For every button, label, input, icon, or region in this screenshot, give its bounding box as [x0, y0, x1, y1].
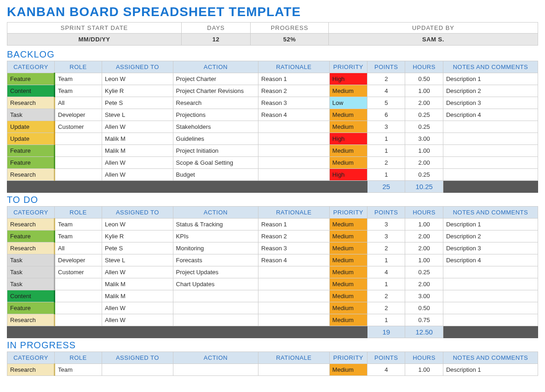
cell[interactable]: Allen W [102, 302, 173, 314]
cell[interactable] [258, 169, 330, 181]
column-header[interactable]: CATEGORY [7, 207, 55, 219]
cell[interactable] [55, 314, 102, 326]
cell[interactable]: Project Charter [173, 73, 258, 85]
cell[interactable]: Description 2 [443, 231, 538, 242]
cell[interactable]: 0.50 [405, 73, 443, 85]
cell[interactable]: 2 [367, 302, 405, 314]
cell[interactable]: Medium [329, 254, 367, 266]
cell[interactable]: Pete S [102, 242, 173, 254]
cell[interactable]: 6 [367, 109, 405, 121]
cell[interactable]: Team [55, 364, 102, 376]
cell[interactable]: Research [173, 97, 258, 109]
column-header[interactable]: NOTES AND COMMENTS [443, 207, 538, 219]
cell[interactable]: Description 1 [443, 73, 538, 85]
cell[interactable] [55, 145, 102, 157]
cell[interactable] [443, 157, 538, 169]
cell[interactable]: Malik M [102, 278, 173, 290]
cell[interactable]: Content [7, 85, 55, 97]
cell[interactable]: Team [55, 85, 102, 97]
cell[interactable]: Medium [329, 145, 367, 157]
cell[interactable]: Malik M [102, 133, 173, 145]
cell[interactable]: Task [7, 266, 55, 278]
cell[interactable]: Reason 2 [258, 85, 330, 97]
cell[interactable]: Research [7, 314, 55, 326]
cell[interactable]: 1 [367, 133, 405, 145]
cell[interactable]: 0.25 [405, 266, 443, 278]
cell[interactable]: 2 [367, 157, 405, 169]
cell[interactable]: Medium [329, 231, 367, 242]
cell[interactable] [258, 290, 330, 302]
cell[interactable]: Kylie R [102, 85, 173, 97]
cell[interactable]: 0.25 [405, 109, 443, 121]
cell[interactable]: 3.00 [405, 290, 443, 302]
cell[interactable]: Research [7, 242, 55, 254]
cell[interactable] [443, 278, 538, 290]
cell[interactable]: Developer [55, 109, 102, 121]
column-header[interactable]: ROLE [55, 207, 102, 219]
cell[interactable]: Reason 1 [258, 219, 330, 231]
cell[interactable]: Developer [55, 254, 102, 266]
column-header[interactable]: NOTES AND COMMENTS [443, 352, 538, 364]
cell[interactable]: Description 3 [443, 242, 538, 254]
column-header[interactable]: ROLE [55, 61, 102, 73]
cell[interactable]: Research [7, 364, 55, 376]
column-header[interactable]: PRIORITY [329, 61, 367, 73]
cell[interactable] [443, 302, 538, 314]
cell[interactable] [55, 290, 102, 302]
column-header[interactable]: HOURS [405, 352, 443, 364]
cell[interactable]: Reason 1 [258, 73, 330, 85]
cell[interactable] [258, 278, 330, 290]
cell[interactable]: Customer [55, 266, 102, 278]
cell[interactable]: Monitoring [173, 242, 258, 254]
cell[interactable]: Reason 4 [258, 254, 330, 266]
cell[interactable]: Status & Tracking [173, 219, 258, 231]
cell[interactable] [443, 290, 538, 302]
column-header[interactable]: ACTION [173, 61, 258, 73]
cell[interactable]: All [55, 242, 102, 254]
cell[interactable]: 1.00 [405, 145, 443, 157]
cell[interactable]: 2 [367, 290, 405, 302]
cell[interactable]: 2.00 [405, 242, 443, 254]
cell[interactable] [173, 302, 258, 314]
column-header[interactable]: ACTION [173, 352, 258, 364]
cell[interactable]: Medium [329, 109, 367, 121]
cell[interactable]: Feature [7, 73, 55, 85]
cell[interactable]: Medium [329, 302, 367, 314]
cell[interactable]: 1.00 [405, 254, 443, 266]
cell[interactable] [258, 302, 330, 314]
cell[interactable]: 1 [367, 169, 405, 181]
cell[interactable]: Team [55, 73, 102, 85]
cell[interactable] [258, 145, 330, 157]
cell[interactable]: Team [55, 231, 102, 242]
cell[interactable] [55, 302, 102, 314]
cell[interactable] [443, 314, 538, 326]
cell[interactable]: Steve L [102, 254, 173, 266]
cell[interactable] [443, 266, 538, 278]
cell[interactable]: High [329, 73, 367, 85]
cell[interactable] [173, 364, 258, 376]
cell[interactable]: Reason 3 [258, 97, 330, 109]
cell[interactable]: Task [7, 278, 55, 290]
column-header[interactable]: CATEGORY [7, 352, 55, 364]
cell[interactable]: Feature [7, 145, 55, 157]
column-header[interactable]: RATIONALE [258, 352, 330, 364]
cell[interactable]: Description 1 [443, 219, 538, 231]
cell[interactable]: Allen W [102, 169, 173, 181]
cell[interactable] [258, 364, 330, 376]
cell[interactable]: Medium [329, 242, 367, 254]
cell[interactable]: Description 3 [443, 97, 538, 109]
cell[interactable]: KPIs [173, 231, 258, 242]
cell[interactable]: Kylie R [102, 231, 173, 242]
cell[interactable]: Medium [329, 266, 367, 278]
cell[interactable]: Task [7, 254, 55, 266]
cell[interactable] [258, 266, 330, 278]
cell[interactable]: Medium [329, 364, 367, 376]
cell[interactable]: Research [7, 219, 55, 231]
cell[interactable] [173, 314, 258, 326]
cell[interactable]: Research [7, 169, 55, 181]
cell[interactable]: Customer [55, 121, 102, 133]
column-header[interactable]: HOURS [405, 207, 443, 219]
cell[interactable]: Content [7, 290, 55, 302]
cell[interactable]: High [329, 169, 367, 181]
cell[interactable]: Medium [329, 278, 367, 290]
